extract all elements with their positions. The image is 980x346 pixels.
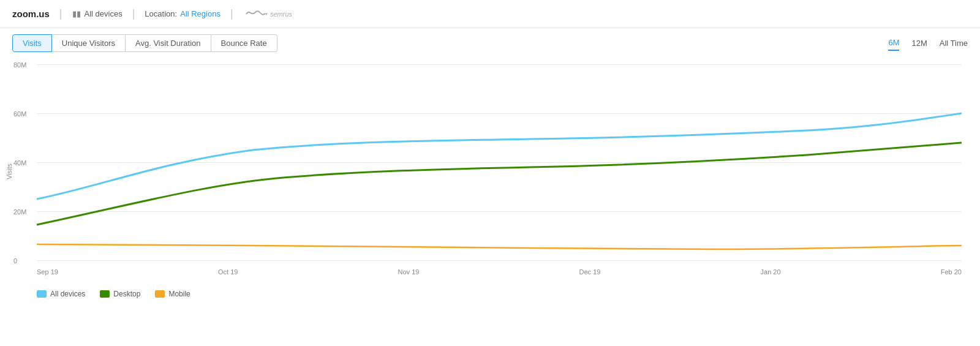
legend: All devices Desktop Mobile bbox=[0, 285, 980, 298]
chart-container: Visits 80M 60M 40M 20M 0 Sep 19 bbox=[12, 58, 968, 285]
location: Location: All Regions bbox=[145, 9, 221, 18]
legend-desktop: Desktop bbox=[100, 290, 140, 298]
x-label-feb20: Feb 20 bbox=[941, 268, 962, 276]
y-label-80m: 80M bbox=[13, 61, 26, 69]
legend-label-desktop: Desktop bbox=[113, 290, 140, 298]
all-devices-header: ▮▮ All devices bbox=[72, 9, 123, 18]
time-range: 6M 12M All Time bbox=[888, 36, 968, 51]
desktop-line bbox=[37, 143, 962, 225]
x-label-nov19: Nov 19 bbox=[398, 268, 420, 276]
chart-area: 80M 60M 40M 20M 0 Sep 19 Oct 19 Nov 19 bbox=[37, 64, 962, 260]
tab-visits[interactable]: Visits bbox=[12, 34, 52, 52]
location-value[interactable]: All Regions bbox=[180, 9, 221, 18]
all-devices-line bbox=[37, 113, 962, 199]
legend-mobile: Mobile bbox=[155, 290, 190, 298]
x-label-oct19: Oct 19 bbox=[218, 268, 238, 276]
y-label-40m: 40M bbox=[13, 159, 26, 167]
divider-1: | bbox=[59, 7, 62, 20]
semrush-icon: semrush bbox=[243, 8, 292, 20]
svg-text:semrush: semrush bbox=[270, 10, 292, 18]
legend-color-desktop bbox=[100, 290, 110, 298]
y-label-20m: 20M bbox=[13, 208, 26, 216]
legend-label-mobile: Mobile bbox=[168, 290, 190, 298]
x-label-sep19: Sep 19 bbox=[37, 268, 58, 276]
time-12m[interactable]: 12M bbox=[911, 36, 927, 50]
divider-2: | bbox=[132, 7, 135, 20]
y-label-60m: 60M bbox=[13, 110, 26, 118]
semrush-logo: semrush bbox=[243, 8, 292, 20]
location-label: Location: bbox=[145, 9, 177, 18]
tabs: Visits Unique Visitors Avg. Visit Durati… bbox=[12, 34, 277, 52]
chart-svg bbox=[37, 64, 962, 260]
site-name: zoom.us bbox=[12, 9, 50, 19]
all-devices-label: All devices bbox=[85, 9, 123, 18]
time-all-time[interactable]: All Time bbox=[940, 36, 968, 50]
mobile-line bbox=[37, 244, 962, 249]
legend-color-all-devices bbox=[37, 290, 47, 298]
y-axis-label: Visits bbox=[6, 164, 13, 179]
devices-icon: ▮▮ bbox=[72, 9, 81, 18]
x-label-dec19: Dec 19 bbox=[579, 268, 601, 276]
x-labels: Sep 19 Oct 19 Nov 19 Dec 19 Jan 20 Feb 2… bbox=[37, 268, 962, 276]
grid-line-0: 0 bbox=[37, 260, 962, 261]
tab-bounce-rate[interactable]: Bounce Rate bbox=[211, 34, 277, 52]
x-label-jan20: Jan 20 bbox=[761, 268, 781, 276]
legend-color-mobile bbox=[155, 290, 165, 298]
legend-label-all-devices: All devices bbox=[50, 290, 85, 298]
legend-all-devices: All devices bbox=[37, 290, 85, 298]
tabs-row: Visits Unique Visitors Avg. Visit Durati… bbox=[0, 28, 980, 52]
tab-unique-visitors[interactable]: Unique Visitors bbox=[52, 34, 126, 52]
time-6m[interactable]: 6M bbox=[888, 36, 899, 51]
header: zoom.us | ▮▮ All devices | Location: All… bbox=[0, 0, 980, 28]
tab-avg-visit-duration[interactable]: Avg. Visit Duration bbox=[126, 34, 211, 52]
divider-3: | bbox=[230, 7, 233, 20]
y-label-0: 0 bbox=[13, 257, 17, 265]
